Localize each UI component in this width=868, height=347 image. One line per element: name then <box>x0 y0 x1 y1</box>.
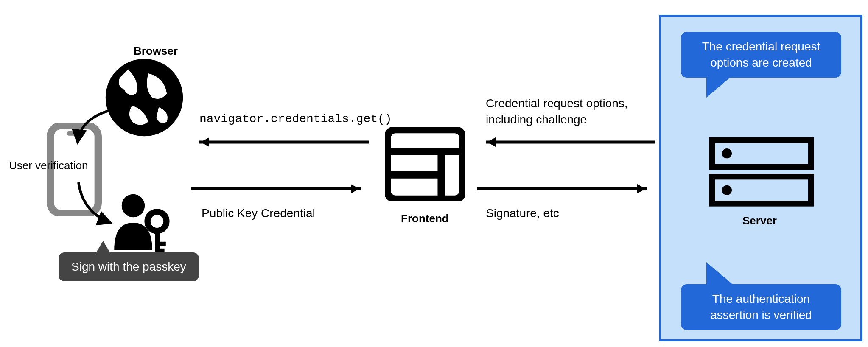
svg-rect-5 <box>155 228 160 250</box>
arrow-left-icon <box>475 136 658 148</box>
user-key-icon <box>106 189 174 257</box>
svg-point-3 <box>122 194 145 217</box>
arrow-right-icon <box>189 182 371 195</box>
svg-point-19 <box>722 185 732 195</box>
svg-rect-6 <box>155 242 166 246</box>
server-bubble-bottom-tail <box>706 262 734 285</box>
navigator-get-label: navigator.credentials.get() <box>199 112 392 126</box>
browser-label: Browser <box>134 45 178 58</box>
server-label: Server <box>742 214 777 227</box>
arrow-right-icon <box>475 182 658 195</box>
svg-rect-8 <box>387 130 463 199</box>
frontend-window-icon <box>385 127 465 201</box>
frontend-label: Frontend <box>401 212 449 225</box>
server-bubble-top-tail <box>706 74 734 98</box>
arrow-left-icon <box>189 136 371 148</box>
server-icon <box>708 136 815 208</box>
server-bubble-top: The credential request options are creat… <box>681 32 841 78</box>
svg-point-4 <box>148 212 167 231</box>
credential-request-options-label: Credential request options, including ch… <box>486 95 628 128</box>
public-key-credential-label: Public Key Credential <box>202 207 315 220</box>
credreq-text: Credential request options, including ch… <box>486 97 628 126</box>
passkey-bubble-tail <box>95 241 111 254</box>
svg-point-17 <box>722 148 732 158</box>
signature-label: Signature, etc <box>486 207 559 220</box>
passkey-bubble: Sign with the passkey <box>59 252 199 281</box>
server-bubble-bottom: The authentication assertion is verified <box>681 284 841 330</box>
